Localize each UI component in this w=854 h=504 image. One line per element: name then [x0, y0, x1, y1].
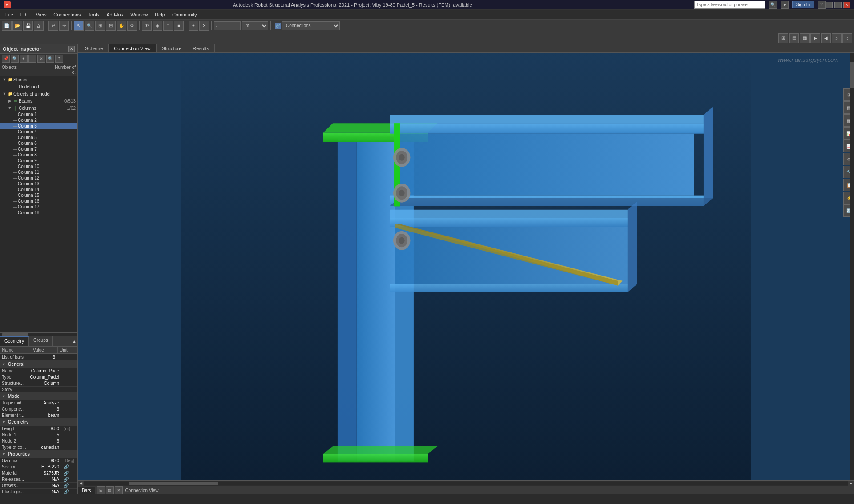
tree-item-col11[interactable]: — Column 11: [0, 169, 77, 175]
tree-hscrollbar[interactable]: [0, 332, 77, 336]
menu-view[interactable]: View: [32, 11, 50, 18]
menu-connections[interactable]: Connections: [50, 11, 84, 18]
material-link-icon[interactable]: 🔗: [64, 471, 69, 476]
hscroll-right-btn[interactable]: ▶: [848, 481, 854, 486]
insp-btn2[interactable]: 🔍: [11, 55, 19, 63]
insp-btn7[interactable]: ?: [55, 55, 63, 63]
select-btn[interactable]: ↖: [74, 21, 84, 31]
display-btn[interactable]: 👁: [142, 21, 152, 31]
tree-item-col3[interactable]: — Column 3: [0, 123, 77, 129]
tree-item-col1[interactable]: — Column 1: [0, 112, 77, 117]
insp-btn3[interactable]: +: [20, 55, 28, 63]
search-input[interactable]: [694, 1, 765, 9]
viewport-hscrollbar[interactable]: ◀ ▶: [78, 480, 854, 486]
tree-item-col4[interactable]: — Column 4: [0, 129, 77, 135]
sign-in-button[interactable]: Sign In: [792, 1, 814, 8]
properties-expand-icon[interactable]: ▼: [2, 452, 6, 456]
zoom-window-btn[interactable]: ⊞: [95, 21, 105, 31]
elastic-link-icon[interactable]: 🔗: [64, 489, 69, 494]
tree-item-objects-model[interactable]: ▼ 📁 Objects of a model: [0, 90, 77, 97]
delete-btn[interactable]: ✕: [199, 21, 209, 31]
offsets-link-icon[interactable]: 🔗: [64, 483, 69, 488]
tree-item-col13[interactable]: — Column 13: [0, 181, 77, 187]
inspector-close-btn[interactable]: ✕: [68, 46, 75, 52]
tree-item-col7[interactable]: — Column 7: [0, 146, 77, 152]
tb2-btn3[interactable]: ▦: [800, 33, 810, 43]
tree-item-col5[interactable]: — Column 5: [0, 135, 77, 140]
insp-btn5[interactable]: ✕: [37, 55, 45, 63]
search-options-button[interactable]: ▼: [781, 1, 789, 9]
print-btn[interactable]: 🖨: [34, 21, 44, 31]
insp-btn1[interactable]: 📌: [2, 55, 10, 63]
tree-item-col15[interactable]: — Column 15: [0, 192, 77, 198]
number-input[interactable]: [214, 21, 241, 30]
tb2-btn2[interactable]: ▤: [789, 33, 799, 43]
tree-item-col10[interactable]: — Column 10: [0, 164, 77, 169]
bars-btn1[interactable]: ⊞: [97, 486, 105, 494]
bottom-panel-scroll-up[interactable]: ▲: [71, 336, 77, 346]
insp-btn4[interactable]: -: [28, 55, 36, 63]
tree-item-stories[interactable]: ▼ 📁 Stories: [0, 76, 77, 83]
tab-structure[interactable]: Structure: [157, 44, 188, 52]
zoom-btn[interactable]: 🔍: [85, 21, 94, 31]
tb2-btn5[interactable]: ◀: [821, 33, 831, 43]
bars-btn3[interactable]: ✕: [115, 486, 123, 494]
unit-select[interactable]: m: [242, 21, 268, 30]
redo-btn[interactable]: ↪: [59, 21, 69, 31]
rotate-btn[interactable]: ⟳: [127, 21, 137, 31]
releases-link-icon[interactable]: 🔗: [64, 477, 69, 482]
tab-groups[interactable]: Groups: [29, 336, 53, 346]
tree-item-col14[interactable]: — Column 14: [0, 187, 77, 192]
section-link-icon[interactable]: 🔗: [64, 464, 69, 469]
bars-btn2[interactable]: ▤: [106, 486, 114, 494]
menu-window[interactable]: Window: [127, 11, 151, 18]
tree-item-col2[interactable]: — Column 2: [0, 117, 77, 123]
tb2-btn7[interactable]: ◁: [842, 33, 852, 43]
tree-item-col17[interactable]: — Column 17: [0, 204, 77, 210]
maximize-button[interactable]: □: [834, 2, 842, 8]
undo-btn[interactable]: ↩: [48, 21, 58, 31]
menu-edit[interactable]: Edit: [17, 11, 32, 18]
tb2-btn4[interactable]: ▶: [810, 33, 820, 43]
3d-viewport[interactable]: www.nairisargsyan.com: [78, 53, 854, 480]
save-btn[interactable]: 💾: [23, 21, 33, 31]
search-button[interactable]: 🔍: [769, 1, 777, 9]
render-btn[interactable]: ◈: [153, 21, 162, 31]
bars-tab-item[interactable]: Bars: [78, 487, 95, 494]
tab-geometry[interactable]: Geometry: [0, 336, 29, 346]
menu-file[interactable]: File: [2, 11, 17, 18]
tree-item-col16[interactable]: — Column 16: [0, 198, 77, 204]
minimize-button[interactable]: —: [826, 2, 833, 8]
tree-item-col12[interactable]: — Column 12: [0, 175, 77, 181]
new-btn[interactable]: 📄: [2, 21, 12, 31]
viewport-vscrollbar[interactable]: [850, 53, 854, 480]
tab-scheme[interactable]: Scheme: [80, 44, 109, 52]
tree-item-columns[interactable]: ▼ ║ Columns 1/62: [0, 104, 77, 112]
menu-help[interactable]: Help: [151, 11, 169, 18]
geometry-expand-icon[interactable]: ▼: [2, 420, 6, 424]
tb2-btn6[interactable]: ▷: [832, 33, 842, 43]
tree-item-undefined[interactable]: — Undefined: [0, 83, 77, 90]
tree-item-col6[interactable]: — Column 6: [0, 140, 77, 146]
general-expand-icon[interactable]: ▼: [2, 362, 6, 367]
tb2-btn1[interactable]: ⊞: [778, 33, 788, 43]
add-btn[interactable]: +: [189, 21, 198, 31]
pan-btn[interactable]: ✋: [117, 21, 126, 31]
tab-connection-view[interactable]: Connection View: [109, 44, 156, 52]
open-btn[interactable]: 📂: [12, 21, 22, 31]
tab-results[interactable]: Results: [187, 44, 215, 52]
hscroll-left-btn[interactable]: ◀: [78, 481, 84, 486]
connections-dropdown[interactable]: Connections: [282, 21, 340, 30]
menu-tools[interactable]: Tools: [85, 11, 103, 18]
tree-item-col8[interactable]: — Column 8: [0, 152, 77, 158]
wireframe-btn[interactable]: □: [163, 21, 173, 31]
menu-community[interactable]: Community: [169, 11, 201, 18]
close-button[interactable]: ✕: [843, 2, 850, 8]
insp-btn6[interactable]: 🔍: [46, 55, 54, 63]
solid-btn[interactable]: ■: [174, 21, 184, 31]
model-expand-icon[interactable]: ▼: [2, 394, 6, 399]
tree-item-col9[interactable]: — Column 9: [0, 158, 77, 164]
tree-item-beams[interactable]: ▶ ═ Beams 0/513: [0, 97, 77, 104]
zoom-all-btn[interactable]: ⊟: [106, 21, 116, 31]
menu-addins[interactable]: Add-Ins: [103, 11, 127, 18]
